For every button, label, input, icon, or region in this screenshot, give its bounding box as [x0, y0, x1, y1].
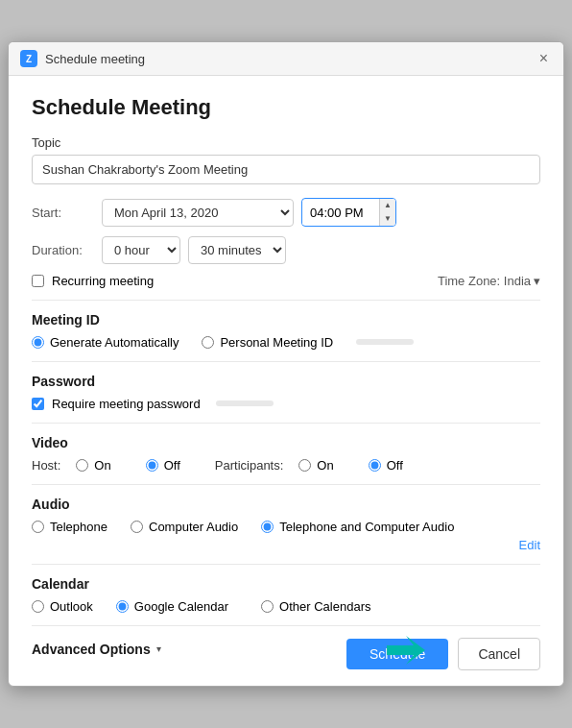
start-row: Start: Mon April 13, 2020 ▲ ▼: [32, 198, 540, 226]
google-calendar-radio[interactable]: [116, 600, 129, 613]
duration-hour-select[interactable]: 0 hour 1 hour 2 hours: [102, 236, 180, 264]
teal-arrow-icon: [387, 636, 425, 665]
require-password-label[interactable]: Require meeting password: [52, 397, 201, 411]
recurring-tz-row: Recurring meeting Time Zone: India ▾: [32, 274, 540, 288]
password-checkbox-row: Require meeting password: [32, 397, 540, 411]
host-off-option[interactable]: Off: [146, 458, 180, 473]
topic-label: Topic: [32, 135, 540, 150]
host-on-option[interactable]: On: [76, 458, 110, 473]
date-select[interactable]: Mon April 13, 2020: [102, 199, 294, 227]
divider-2: [32, 361, 540, 362]
advanced-options-row[interactable]: Advanced Options ▾: [32, 642, 161, 657]
other-calendars-label: Other Calendars: [279, 599, 370, 614]
advanced-options-label: Advanced Options: [32, 642, 151, 657]
meeting-id-section: Meeting ID Generate Automatically Person…: [32, 312, 540, 350]
outlook-label: Outlook: [50, 599, 93, 614]
duration-row: Duration: 0 hour 1 hour 2 hours 30 minut…: [32, 236, 540, 264]
divider-5: [32, 564, 540, 565]
require-password-checkbox[interactable]: [32, 398, 44, 410]
computer-audio-radio[interactable]: [131, 521, 143, 533]
topic-input[interactable]: [32, 155, 540, 184]
divider-6: [32, 625, 540, 626]
titlebar-left: Z Schedule meeting: [20, 50, 145, 67]
personal-id-radio[interactable]: [202, 336, 214, 349]
participants-label: Participants:: [215, 458, 284, 473]
meeting-id-title: Meeting ID: [32, 312, 540, 328]
recurring-label[interactable]: Recurring meeting: [52, 274, 154, 288]
time-input[interactable]: [302, 201, 379, 225]
audio-title: Audio: [32, 497, 540, 512]
personal-id-label: Personal Meeting ID: [220, 335, 333, 350]
telephone-radio[interactable]: [32, 521, 44, 533]
calendar-section: Calendar Outlook Google Calendar Other C…: [32, 576, 540, 614]
zoom-icon: Z: [20, 50, 37, 67]
password-section: Password Require meeting password: [32, 374, 540, 411]
both-audio-label: Telephone and Computer Audio: [279, 520, 454, 534]
telephone-option[interactable]: Telephone: [32, 520, 107, 534]
calendar-radio-group: Outlook Google Calendar Other Calendars: [32, 599, 540, 614]
video-title: Video: [32, 435, 540, 450]
password-mask: [216, 400, 274, 406]
outlook-radio[interactable]: [32, 600, 44, 613]
window-title: Schedule meeting: [45, 52, 145, 66]
duration-minute-select[interactable]: 30 minutes 15 minutes 45 minutes 60 minu…: [188, 236, 286, 264]
audio-section: Audio Telephone Computer Audio Telephone…: [32, 497, 540, 552]
host-on-radio[interactable]: [76, 459, 88, 472]
edit-link[interactable]: Edit: [32, 538, 540, 552]
dialog-content: Schedule Meeting Topic Start: Mon April …: [9, 76, 563, 685]
duration-label: Duration:: [32, 243, 94, 257]
advanced-chevron-icon: ▾: [156, 643, 161, 654]
participants-on-label: On: [317, 458, 333, 473]
time-input-wrapper: ▲ ▼: [301, 198, 396, 226]
titlebar: Z Schedule meeting ×: [9, 42, 563, 76]
participants-on-radio[interactable]: [298, 459, 311, 472]
both-audio-radio[interactable]: [261, 521, 274, 533]
telephone-label: Telephone: [50, 520, 107, 534]
other-calendars-option[interactable]: Other Calendars: [261, 599, 370, 614]
meeting-id-radio-group: Generate Automatically Personal Meeting …: [32, 335, 540, 350]
computer-audio-option[interactable]: Computer Audio: [131, 520, 238, 534]
timezone-chevron: ▾: [534, 274, 540, 288]
time-down-button[interactable]: ▼: [380, 212, 395, 226]
recurring-checkbox[interactable]: [32, 275, 44, 287]
audio-radio-group: Telephone Computer Audio Telephone and C…: [32, 520, 540, 534]
personal-id-value: [356, 339, 414, 345]
participants-on-option[interactable]: On: [298, 458, 333, 473]
video-row: Host: On Off Participants: On Off: [32, 458, 540, 473]
google-calendar-label: Google Calendar: [134, 599, 228, 614]
host-label: Host:: [32, 458, 60, 473]
generate-auto-radio[interactable]: [32, 336, 44, 349]
divider-1: [32, 300, 540, 301]
password-title: Password: [32, 374, 540, 389]
both-audio-option[interactable]: Telephone and Computer Audio: [261, 520, 454, 534]
generate-auto-label: Generate Automatically: [50, 335, 179, 350]
host-off-label: Off: [164, 458, 180, 473]
schedule-meeting-dialog: Z Schedule meeting × Schedule Meeting To…: [8, 41, 564, 686]
host-on-label: On: [94, 458, 110, 473]
video-section: Video Host: On Off Participants: On: [32, 435, 540, 473]
footer-buttons: Schedule Cancel: [346, 638, 540, 670]
close-button[interactable]: ×: [536, 51, 552, 66]
cancel-button[interactable]: Cancel: [458, 638, 540, 670]
divider-4: [32, 484, 540, 485]
host-off-radio[interactable]: [146, 459, 158, 472]
generate-auto-option[interactable]: Generate Automatically: [32, 335, 179, 350]
computer-audio-label: Computer Audio: [149, 520, 238, 534]
start-label: Start:: [32, 206, 94, 220]
participants-off-label: Off: [387, 458, 403, 473]
timezone-label: Time Zone: India: [438, 274, 531, 288]
time-up-button[interactable]: ▲: [380, 199, 395, 212]
google-calendar-option[interactable]: Google Calendar: [116, 599, 228, 614]
time-spinner: ▲ ▼: [379, 199, 395, 225]
other-calendars-radio[interactable]: [261, 600, 274, 613]
personal-id-option[interactable]: Personal Meeting ID: [202, 335, 333, 350]
participants-off-radio[interactable]: [369, 459, 381, 472]
recurring-checkbox-row: Recurring meeting: [32, 274, 154, 288]
page-title: Schedule Meeting: [32, 95, 540, 120]
timezone-selector[interactable]: Time Zone: India ▾: [438, 274, 540, 288]
calendar-title: Calendar: [32, 576, 540, 592]
outlook-option[interactable]: Outlook: [32, 599, 93, 614]
svg-marker-0: [387, 636, 425, 665]
participants-off-option[interactable]: Off: [369, 458, 403, 473]
divider-3: [32, 423, 540, 424]
